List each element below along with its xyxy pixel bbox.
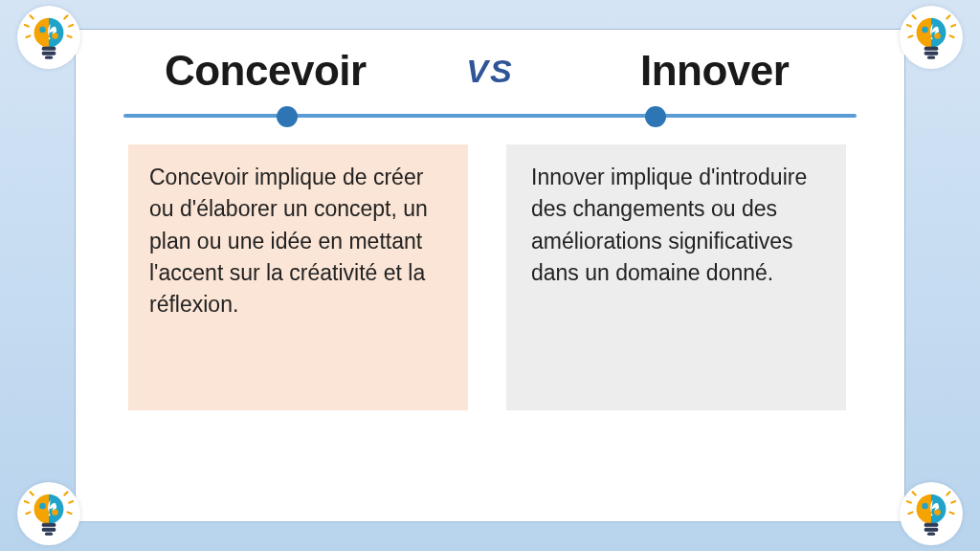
description-box-right: Innover implique d'introduire des change… [506, 144, 846, 410]
svg-rect-22 [924, 52, 939, 55]
svg-rect-45 [924, 523, 939, 527]
node-left [277, 106, 298, 127]
svg-line-4 [69, 25, 73, 27]
svg-line-0 [31, 15, 33, 18]
svg-line-14 [908, 35, 912, 37]
svg-line-16 [951, 25, 955, 27]
svg-line-24 [31, 492, 33, 495]
svg-line-37 [907, 501, 911, 503]
svg-line-2 [26, 35, 30, 37]
svg-point-19 [922, 27, 928, 33]
node-right [645, 106, 666, 127]
svg-rect-33 [42, 523, 56, 527]
svg-rect-21 [924, 47, 939, 51]
divider-line [123, 114, 857, 118]
svg-point-43 [922, 503, 928, 510]
lightbulb-idea-icon [24, 489, 74, 539]
slide-content: Concevoir VS Innover Concevoir implique … [75, 29, 905, 522]
lightbulb-idea-icon [906, 489, 956, 539]
vs-label: VS [466, 53, 513, 90]
svg-line-28 [69, 501, 73, 503]
svg-line-38 [908, 512, 912, 514]
heading-left: Concevoir [122, 47, 409, 95]
svg-line-12 [913, 15, 916, 18]
svg-rect-46 [924, 528, 939, 532]
svg-rect-11 [45, 56, 53, 59]
svg-line-41 [950, 512, 954, 514]
heading-right: Innover [571, 47, 858, 95]
svg-line-1 [25, 25, 29, 27]
svg-line-29 [68, 512, 72, 514]
svg-point-7 [39, 27, 46, 33]
lightbulb-idea-icon [17, 6, 80, 69]
svg-line-17 [950, 35, 954, 37]
lightbulb-idea-icon [906, 12, 956, 62]
svg-line-13 [907, 25, 911, 27]
svg-line-40 [951, 501, 955, 503]
svg-line-26 [26, 512, 30, 514]
svg-rect-9 [42, 47, 56, 51]
lightbulb-idea-icon [17, 482, 80, 545]
svg-rect-34 [42, 528, 56, 532]
svg-rect-10 [42, 52, 56, 55]
lightbulb-idea-icon [24, 12, 74, 62]
description-box-left: Concevoir implique de créer ou d'élabore… [128, 144, 468, 410]
comparison-header: Concevoir VS Innover [76, 47, 904, 95]
svg-rect-35 [45, 533, 53, 536]
svg-line-25 [25, 501, 29, 503]
svg-rect-47 [927, 533, 935, 536]
svg-line-5 [68, 35, 72, 37]
svg-line-39 [947, 492, 949, 495]
svg-line-15 [947, 15, 949, 18]
lightbulb-idea-icon [900, 6, 963, 69]
svg-line-3 [64, 15, 67, 18]
svg-rect-23 [927, 56, 935, 59]
svg-point-31 [39, 503, 46, 510]
lightbulb-idea-icon [900, 482, 963, 545]
svg-line-36 [913, 492, 916, 495]
svg-line-27 [64, 492, 67, 495]
